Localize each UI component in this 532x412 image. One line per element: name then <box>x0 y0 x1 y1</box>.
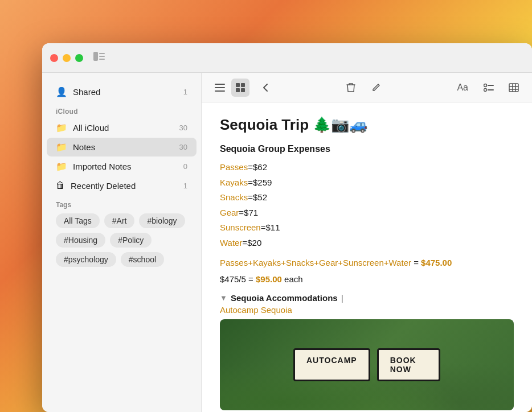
svg-rect-13 <box>488 85 494 86</box>
expense-label-kayaks: Kayaks <box>220 178 248 187</box>
minimize-button[interactable] <box>63 54 71 62</box>
expense-kayaks: Kayaks=$259 <box>220 176 514 189</box>
sum-water: Water <box>389 258 411 267</box>
sidebar-item-notes[interactable]: 📁 Notes 30 <box>47 138 197 156</box>
svg-rect-3 <box>99 59 105 60</box>
all-icloud-count: 30 <box>179 123 187 132</box>
svg-rect-0 <box>93 52 98 61</box>
svg-rect-4 <box>215 84 225 85</box>
font-size-button[interactable]: Aa <box>452 80 473 95</box>
expense-value-gear: =$71 <box>239 208 258 217</box>
accommodations-label: Sequoia Accommodations <box>231 293 338 303</box>
tag-chip-biology[interactable]: #biology <box>139 213 185 228</box>
book-now-image-button[interactable]: BOOK NOW <box>377 348 440 381</box>
per-person-suffix: each <box>282 274 303 284</box>
grid-view-button[interactable] <box>231 79 249 97</box>
expense-passes: Passes=$62 <box>220 161 514 174</box>
main-content: 👤 Shared 1 iCloud 📁 All iCloud 30 📁 Note… <box>42 73 532 412</box>
sidebar: 👤 Shared 1 iCloud 📁 All iCloud 30 📁 Note… <box>42 73 202 412</box>
recently-deleted-label: Recently Deleted <box>71 181 178 191</box>
sum-plus4: + <box>338 258 343 267</box>
imported-notes-label: Imported Notes <box>73 162 178 171</box>
svg-rect-2 <box>99 56 105 57</box>
sidebar-item-recently-deleted[interactable]: 🗑 Recently Deleted 1 <box>47 176 197 195</box>
expense-value-water: =$20 <box>242 238 261 248</box>
note-body[interactable]: Sequoia Trip 🌲📷🚙 Sequoia Group Expenses … <box>202 102 532 412</box>
tag-chip-all-tags[interactable]: All Tags <box>56 213 100 228</box>
sum-equals: = <box>411 258 421 267</box>
sum-kayaks: Kayaks <box>253 258 281 267</box>
folder-icon-imported: 📁 <box>56 161 67 172</box>
list-view-button[interactable] <box>211 79 229 97</box>
sidebar-toggle-button[interactable] <box>93 52 105 64</box>
back-button[interactable] <box>256 79 275 97</box>
autocamp-link[interactable]: Autocamp Sequoia <box>220 305 514 315</box>
expense-water: Water=$20 <box>220 237 514 250</box>
svg-rect-10 <box>241 88 245 92</box>
expense-label-gear: Gear <box>220 208 239 217</box>
svg-point-12 <box>484 88 487 91</box>
notes-label: Notes <box>73 142 174 152</box>
section-toggle-accommodations[interactable]: ▼ Sequoia Accommodations| <box>220 293 514 303</box>
autocamp-image-button[interactable]: AUTOCAMP <box>293 348 370 381</box>
compose-button[interactable] <box>367 79 385 97</box>
tag-chip-psychology[interactable]: #psychology <box>56 252 116 267</box>
per-person-prefix: $475/5 = <box>220 274 256 284</box>
tag-chip-housing[interactable]: #Housing <box>56 233 105 248</box>
tags-section: Tags All Tags #Art #biology #Housing #Po… <box>42 195 201 267</box>
expense-sum-line: Passes+Kayaks+Snacks+Gear+Sunscreen+Wate… <box>220 256 514 270</box>
table-button[interactable] <box>505 79 523 97</box>
note-toolbar: Aa <box>202 73 532 102</box>
shared-label: Shared <box>73 87 178 97</box>
sum-sunscreen: Sunscreen <box>343 258 384 267</box>
shared-count: 1 <box>183 88 187 96</box>
chevron-down-icon: ▼ <box>220 294 227 302</box>
expense-sunscreen: Sunscreen=$11 <box>220 221 514 234</box>
maximize-button[interactable] <box>75 54 83 62</box>
expense-label-passes: Passes <box>220 162 248 172</box>
tag-chip-school[interactable]: #school <box>121 252 164 267</box>
sum-plus5: + <box>384 258 389 267</box>
svg-point-11 <box>484 84 487 86</box>
imported-notes-count: 0 <box>183 162 187 171</box>
tag-chip-policy[interactable]: #Policy <box>110 233 152 248</box>
svg-rect-5 <box>215 87 225 88</box>
notes-count: 30 <box>179 143 187 151</box>
sum-plus3: + <box>314 258 319 267</box>
expense-value-passes: =$62 <box>248 162 267 172</box>
svg-rect-8 <box>241 83 245 87</box>
image-buttons-overlay: AUTOCAMP BOOK NOW <box>293 348 440 381</box>
svg-rect-6 <box>215 90 225 92</box>
all-icloud-label: All iCloud <box>73 123 174 133</box>
sum-passes: Passes <box>220 258 248 267</box>
view-toggle-group <box>211 79 249 97</box>
accommodations-section: ▼ Sequoia Accommodations| Autocamp Sequo… <box>220 293 514 315</box>
sum-plus2: + <box>281 258 286 267</box>
accommodation-image: AUTOCAMP BOOK NOW <box>220 319 514 410</box>
expense-value-snacks: =$52 <box>248 192 267 202</box>
tag-chip-art[interactable]: #Art <box>104 213 135 228</box>
folder-icon-notes: 📁 <box>56 142 67 153</box>
sum-snacks: Snacks <box>286 258 314 267</box>
expense-label-water: Water <box>220 238 242 248</box>
sidebar-item-shared[interactable]: 👤 Shared 1 <box>47 83 197 101</box>
note-subtitle: Sequoia Group Expenses <box>220 144 514 154</box>
svg-rect-9 <box>236 88 240 92</box>
titlebar <box>42 43 532 73</box>
shared-icon: 👤 <box>56 86 67 97</box>
sidebar-item-imported-notes[interactable]: 📁 Imported Notes 0 <box>47 157 197 176</box>
delete-button[interactable] <box>342 79 360 97</box>
sum-total: $475.00 <box>421 258 452 267</box>
per-person-line: $475/5 = $95.00 each <box>220 274 514 284</box>
sidebar-item-all-icloud[interactable]: 📁 All iCloud 30 <box>47 118 197 137</box>
sum-plus1: + <box>248 258 253 267</box>
close-button[interactable] <box>50 54 58 62</box>
svg-rect-7 <box>236 83 240 87</box>
cursor-blink: | <box>341 293 343 303</box>
note-title: Sequoia Trip 🌲📷🚙 <box>220 116 514 134</box>
expense-value-kayaks: =$259 <box>248 178 272 187</box>
tags-section-header: Tags <box>51 201 192 209</box>
svg-rect-15 <box>509 84 518 92</box>
checklist-button[interactable] <box>480 79 498 97</box>
note-pane: Aa <box>202 73 532 412</box>
